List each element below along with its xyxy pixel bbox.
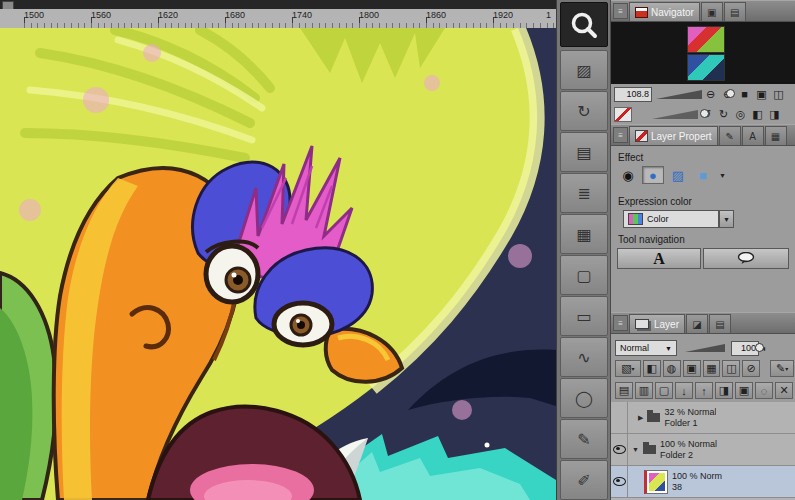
- brush-shape-combo[interactable]: ▧ ▾: [615, 360, 641, 377]
- chevron-down-icon: ▾: [632, 365, 635, 372]
- tab-layer-search[interactable]: ◪: [686, 314, 708, 333]
- effect-label: Effect: [618, 152, 643, 163]
- tab-layer-comp[interactable]: ▤: [709, 314, 731, 333]
- tab-subview[interactable]: ▣: [701, 2, 723, 21]
- transfer-down-icon[interactable]: ↓: [675, 382, 693, 399]
- layer-row-text: 100 % Norm 38: [672, 471, 722, 492]
- rotate-slider[interactable]: [652, 110, 698, 119]
- delete-layer-icon[interactable]: ✕: [775, 382, 793, 399]
- blend-mode-value: Normal: [620, 343, 649, 353]
- eye-icon[interactable]: [613, 445, 626, 454]
- tab-layer[interactable]: Layer: [629, 314, 685, 333]
- layer-name[interactable]: 38: [672, 482, 722, 493]
- tab-item-bank[interactable]: ▤: [724, 2, 746, 21]
- text-tool-nav-button[interactable]: A: [617, 248, 701, 269]
- tab-brush-settings[interactable]: ✎: [719, 126, 741, 145]
- canvas-area[interactable]: 1500 1560 1620 1680 1740 1800 1860 1920 …: [0, 0, 556, 500]
- pencil-icon: ✎: [776, 362, 785, 375]
- new-folder-icon[interactable]: ▢: [655, 382, 673, 399]
- expand-icon[interactable]: ▼: [632, 446, 639, 453]
- zoom-slider[interactable]: [656, 90, 702, 99]
- opacity-slider-knob[interactable]: [755, 343, 764, 352]
- border-effect-icon[interactable]: ◉: [617, 166, 639, 184]
- folder-open-button[interactable]: ▢: [560, 255, 608, 295]
- draw-target-combo[interactable]: ✎ ▾: [770, 360, 794, 377]
- opacity-slider[interactable]: [685, 344, 725, 352]
- new-layer-icon[interactable]: ▤: [615, 382, 633, 399]
- magnifier-icon: [570, 11, 598, 39]
- expression-color-dropdown[interactable]: Color: [623, 210, 719, 228]
- blend-mode-dropdown[interactable]: Normal ▼: [615, 340, 677, 356]
- ruler-label: 1860: [426, 10, 446, 20]
- folder-icon: [647, 413, 660, 422]
- expand-icon[interactable]: ▶: [638, 414, 643, 422]
- new-vector-layer-icon[interactable]: ▥: [635, 382, 653, 399]
- panel-menu-icon[interactable]: ≡: [613, 3, 628, 19]
- pen-alt-tool-button[interactable]: ✐: [560, 460, 608, 500]
- rotate-slider-knob[interactable]: [700, 109, 709, 118]
- enable-mask-icon[interactable]: ◫: [722, 360, 740, 377]
- lock-layer-icon[interactable]: ▣: [683, 360, 701, 377]
- secondary-icon[interactable]: ◌: [755, 382, 773, 399]
- fit-screen-icon[interactable]: ■: [736, 86, 753, 102]
- layer-name[interactable]: Folder 1: [664, 418, 716, 429]
- ruler-label: 1620: [158, 10, 178, 20]
- merge-down-icon[interactable]: ↑: [695, 382, 713, 399]
- visibility-cell[interactable]: [611, 402, 628, 433]
- pen-tool-button[interactable]: ✎: [560, 419, 608, 459]
- rotate-right-icon[interactable]: ↻: [715, 106, 732, 122]
- expression-color-dropdown-button[interactable]: ▼: [719, 210, 734, 228]
- panel-menu-icon[interactable]: ≡: [613, 315, 628, 331]
- zoom-value-field[interactable]: 108.8: [614, 87, 652, 102]
- tone-effect-icon[interactable]: ●: [642, 166, 664, 184]
- rotate-reset-icon[interactable]: ◎: [732, 106, 749, 122]
- waves-tool-button[interactable]: ∿: [560, 337, 608, 377]
- eye-icon[interactable]: [613, 477, 626, 486]
- effect-dropdown-icon[interactable]: ▼: [719, 172, 726, 179]
- text-tab-icon: A: [749, 131, 756, 142]
- subview-icon: ▣: [707, 7, 716, 18]
- tab-navigator[interactable]: Navigator: [629, 2, 700, 21]
- paper-tool-button[interactable]: ▤: [560, 132, 608, 172]
- visibility-cell[interactable]: [611, 466, 628, 497]
- folder-tool-button[interactable]: ▭: [560, 296, 608, 336]
- balloon-tool-nav-button[interactable]: [703, 248, 789, 269]
- lock-transparent-icon[interactable]: ▦: [703, 360, 721, 377]
- zoom-slider-knob[interactable]: [726, 89, 735, 98]
- zoom-100-icon[interactable]: ▣: [753, 86, 770, 102]
- panel-menu-icon[interactable]: ≡: [613, 127, 628, 143]
- rotate-reset-pen-icon[interactable]: [614, 107, 632, 122]
- navigator-tab-icon: [635, 7, 648, 18]
- zoom-tool-button[interactable]: [560, 2, 608, 47]
- layer-thumbnail[interactable]: [644, 470, 668, 494]
- rotate-view-button[interactable]: ↻: [560, 91, 608, 131]
- grid-tool-button[interactable]: ▦: [560, 214, 608, 254]
- clip-to-layer-icon[interactable]: ◧: [643, 360, 661, 377]
- expression-color-control: Color ▼: [623, 210, 734, 228]
- canvas-artwork[interactable]: [0, 28, 556, 500]
- flip-vertical-icon[interactable]: ◨: [766, 106, 783, 122]
- zoom-out-icon[interactable]: ⊖: [702, 86, 719, 102]
- reference-layer-icon[interactable]: ◍: [663, 360, 681, 377]
- halftone-effect-icon[interactable]: ▨: [667, 166, 689, 184]
- ruler-layer-icon[interactable]: ⊘: [742, 360, 760, 377]
- layer-row-folder-2[interactable]: ▼ 100 % Normal Folder 2: [611, 434, 795, 466]
- brush-shape-icon: ▧: [621, 362, 631, 375]
- layer-name[interactable]: Folder 2: [660, 450, 717, 461]
- fit-width-icon[interactable]: ◫: [770, 86, 787, 102]
- create-mask-icon[interactable]: ◨: [715, 382, 733, 399]
- image-tool-button[interactable]: ▨: [560, 50, 608, 90]
- layer-color-effect-icon[interactable]: ■: [692, 166, 714, 184]
- layer-row-folder-1[interactable]: ▶ 32 % Normal Folder 1: [611, 402, 795, 434]
- layer-stack-button[interactable]: ≣: [560, 173, 608, 213]
- tab-grid-settings[interactable]: ▦: [765, 126, 787, 145]
- lasso-tool-button[interactable]: ◯: [560, 378, 608, 418]
- layer-row-38[interactable]: 100 % Norm 38: [611, 466, 795, 498]
- flip-horizontal-icon[interactable]: ◧: [749, 106, 766, 122]
- paper-icon: ▤: [576, 143, 591, 162]
- tab-layer-property[interactable]: Layer Propert: [629, 126, 718, 145]
- visibility-cell[interactable]: [611, 434, 628, 465]
- apply-mask-icon[interactable]: ▣: [735, 382, 753, 399]
- navigator-preview[interactable]: [611, 22, 795, 85]
- tab-text-settings[interactable]: A: [742, 126, 764, 145]
